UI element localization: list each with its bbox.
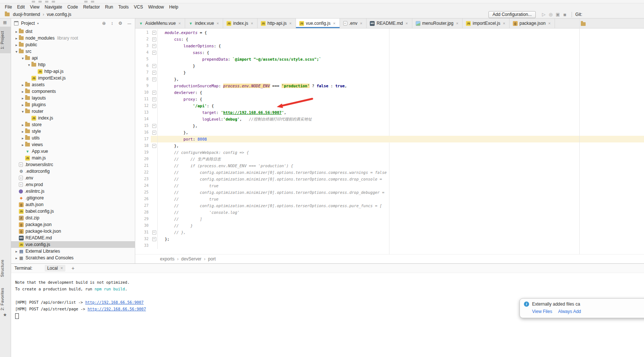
tree-item-index.js[interactable]: JSindex.js [11, 115, 135, 121]
menu-item-navigate[interactable]: Navigate [42, 4, 65, 10]
fold-marker[interactable] [151, 142, 158, 149]
tool-window-switcher-icon[interactable] [3, 20, 7, 25]
tree-item-vue.config.js[interactable]: JSvue.config.js [11, 241, 135, 248]
code-line-16[interactable]: 16 }, [135, 129, 644, 136]
breadcrumb-file[interactable]: vue.config.js [46, 12, 72, 17]
tree-item-Scratches and Consoles[interactable]: ▦Scratches and Consoles [11, 255, 135, 261]
fold-marker[interactable] [151, 102, 158, 109]
code-line-20[interactable]: 20 // // 生产去除日志 [135, 156, 644, 162]
fold-marker[interactable] [151, 63, 158, 69]
editor-breadcrumb-devServer[interactable]: devServer [181, 256, 202, 262]
tree-item-node_modules[interactable]: node_moduleslibrary root [11, 35, 135, 41]
chevron-right-icon[interactable] [14, 255, 19, 260]
code-line-2[interactable]: 2 css: { [135, 36, 644, 43]
tree-item-plugins[interactable]: plugins [11, 101, 135, 108]
code-line-15[interactable]: 15 }, [135, 122, 644, 129]
tool-stripe-project-button[interactable]: 1: Project [0, 27, 11, 53]
code-line-9[interactable]: 9 productionSourceMap: process.env.NODE_… [135, 82, 644, 89]
tree-item-components[interactable]: components [11, 88, 135, 95]
code-line-24[interactable]: 24 // true [135, 182, 644, 189]
tree-item-assets[interactable]: assets [11, 81, 135, 88]
fold-marker[interactable] [151, 89, 158, 96]
tree-item-.gitignore[interactable]: ◆.gitignore [11, 195, 135, 201]
code-line-30[interactable]: 30 // } [135, 222, 644, 229]
chevron-down-icon[interactable] [14, 49, 19, 54]
stop-icon[interactable] [561, 12, 568, 17]
chevron-right-icon[interactable] [20, 102, 25, 107]
chevron-right-icon[interactable] [14, 249, 19, 254]
editor-tab-importExcel.js[interactable]: JSimportExcel.js [463, 18, 510, 28]
code-editor[interactable]: 1module.exports = {2 css: {3 loaderOptio… [135, 28, 644, 254]
fold-marker[interactable] [151, 69, 158, 76]
chevron-right-icon[interactable] [20, 95, 25, 101]
tab-close-icon[interactable] [178, 21, 181, 26]
code-line-4[interactable]: 4 sass: { [135, 49, 644, 56]
tree-item-.eslintrc.js[interactable]: .eslintrc.js [11, 188, 135, 195]
tree-item-README.md[interactable]: MDREADME.md [11, 235, 135, 241]
code-line-10[interactable]: 10 devServer: { [135, 89, 644, 96]
tool-stripe-structure-button[interactable]: Structure [0, 255, 11, 282]
code-line-28[interactable]: 28 // 'console.log' [135, 209, 644, 216]
tree-item-views[interactable]: views [11, 141, 135, 148]
new-terminal-button[interactable]: + [71, 265, 74, 271]
code-line-27[interactable]: 27 // config.optimization.minimizer[0].o… [135, 202, 644, 209]
coverage-icon[interactable] [547, 12, 554, 17]
project-panel-title[interactable]: Project [21, 21, 35, 26]
terminal-tab-local[interactable]: Local [45, 265, 66, 272]
tree-item-style[interactable]: style [11, 128, 135, 135]
code-line-18[interactable]: 18 }, [135, 142, 644, 149]
tree-item-src[interactable]: src [11, 48, 135, 55]
tree-item-babel.config.js[interactable]: JSbabel.config.js [11, 208, 135, 215]
fold-marker[interactable] [151, 49, 158, 56]
editor-tab-README.md[interactable]: MDREADME.md [367, 18, 412, 28]
tree-item-layouts[interactable]: layouts [11, 95, 135, 101]
tab-close-icon[interactable] [548, 21, 551, 26]
code-line-17[interactable]: 17 port: 8008 [135, 136, 644, 142]
code-line-1[interactable]: 1module.exports = { [135, 29, 644, 36]
tree-item-App.vue[interactable]: ▼App.vue [11, 148, 135, 155]
code-line-25[interactable]: 25 // config.optimization.minimizer[0].o… [135, 189, 644, 196]
tree-item-store[interactable]: store [11, 121, 135, 128]
tree-item-package-lock.json[interactable]: {}package-lock.json [11, 228, 135, 235]
tab-close-icon[interactable] [360, 21, 363, 26]
terminal-link[interactable]: http://192.168.66.56:9007 [85, 300, 144, 304]
tool-stripe-favorites-button[interactable]: 2: Favorites [0, 286, 11, 311]
code-line-8[interactable]: 8 }, [135, 76, 644, 82]
editor-tab-index.js[interactable]: JSindex.js [223, 18, 258, 28]
editor-tab-.env[interactable]: ≡.env [340, 18, 367, 28]
code-line-12[interactable]: 12 '/api': { [135, 102, 644, 109]
fold-marker[interactable] [151, 76, 158, 82]
editor-tab-menuRouter.jpg[interactable]: menuRouter.jpg [412, 18, 463, 28]
editor-tab-AsideMenu.vue[interactable]: ▼AsideMenu.vue [135, 18, 185, 28]
tree-item-.env.prod[interactable]: ≡.env.prod [11, 181, 135, 188]
breadcrumb-project[interactable]: duoji-frontend [12, 12, 41, 17]
code-line-31[interactable]: 31 // }, [135, 229, 644, 236]
code-line-3[interactable]: 3 loaderOptions: { [135, 43, 644, 49]
chevron-right-icon[interactable] [20, 142, 25, 147]
tab-close-icon[interactable] [456, 21, 459, 26]
code-line-5[interactable]: 5 prependData: `@import "~@/assets/scss/… [135, 56, 644, 63]
menu-item-vcs[interactable]: VCS [131, 4, 146, 10]
tree-item-dist[interactable]: dist [11, 28, 135, 35]
code-line-14[interactable]: 14 logLevel:'debug', //控制台终端打印代理前的真实地址 [135, 116, 644, 122]
code-line-33[interactable]: 33 [135, 242, 644, 249]
menu-item-edit[interactable]: Edit [14, 4, 27, 10]
menu-item-file[interactable]: File [2, 4, 14, 10]
tree-item-importExcel.js[interactable]: JSimportExcel.js [11, 75, 135, 81]
chevron-right-icon[interactable] [20, 89, 25, 94]
tab-close-icon[interactable] [503, 21, 506, 26]
code-line-19[interactable]: 19 // configureWebpack: config => { [135, 149, 644, 156]
terminal-link[interactable]: http://192.168.66.56:9007 [88, 307, 146, 311]
menu-item-help[interactable]: Help [167, 4, 181, 10]
editor-breadcrumb-exports[interactable]: exports [160, 256, 175, 262]
tree-item-router[interactable]: router [11, 108, 135, 115]
menu-item-view[interactable]: View [27, 4, 42, 10]
menu-item-window[interactable]: Window [146, 4, 167, 10]
hide-panel-icon[interactable] [127, 21, 131, 26]
run-icon[interactable] [540, 12, 547, 17]
tree-item-public[interactable]: public [11, 41, 135, 48]
profiler-icon[interactable] [554, 12, 561, 17]
fold-marker[interactable] [151, 229, 158, 236]
collapse-all-icon[interactable] [111, 21, 113, 26]
tree-item-http[interactable]: http [11, 61, 135, 68]
